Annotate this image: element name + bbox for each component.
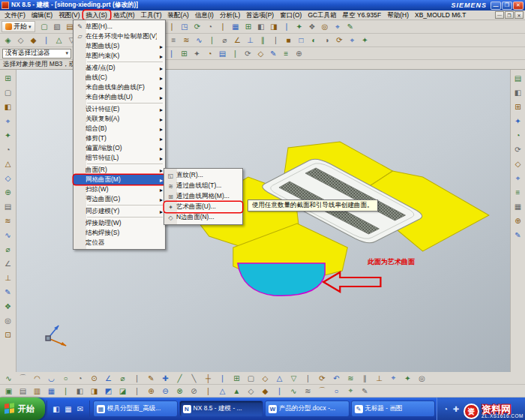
- toolbar-icon[interactable]: ◇: [512, 157, 525, 171]
- start-button[interactable]: 开始: [0, 398, 45, 420]
- child-restore-button[interactable]: [505, 11, 514, 19]
- quick-launch-icon[interactable]: ◧: [50, 404, 62, 415]
- task-button[interactable]: ✎ 无标题 - 画图: [351, 400, 436, 417]
- toolbar-icon[interactable]: ▤: [16, 386, 30, 397]
- insert-menu-item[interactable]: [87, 103, 163, 104]
- toolbar-icon[interactable]: |: [217, 21, 230, 32]
- toolbar-icon[interactable]: |: [130, 386, 144, 397]
- toolbar-icon[interactable]: ◨: [268, 21, 280, 32]
- toolbar-icon[interactable]: |: [206, 34, 218, 46]
- insert-menu-item[interactable]: 关联复制(A): [74, 114, 165, 124]
- toolbar-icon[interactable]: ⊙: [87, 373, 101, 384]
- toolbar-icon[interactable]: ∠: [231, 34, 244, 46]
- menubar-item[interactable]: 编辑(E): [28, 10, 56, 20]
- toolbar-icon[interactable]: ╱: [172, 373, 187, 384]
- toolbar-icon[interactable]: ▦: [230, 21, 242, 32]
- insert-menu-item[interactable]: 设计特征(E): [74, 104, 165, 114]
- toolbar-icon[interactable]: ◆: [27, 34, 40, 46]
- toolbar-icon[interactable]: ▤: [2, 200, 15, 214]
- toolbar-icon[interactable]: ◆: [258, 386, 272, 397]
- toolbar-icon[interactable]: ⊕: [144, 386, 158, 397]
- toolbar-icon[interactable]: ∿: [2, 228, 15, 242]
- toolbar-icon[interactable]: ▤: [512, 71, 525, 86]
- toolbar-icon[interactable]: ≋: [301, 386, 315, 397]
- toolbar-icon[interactable]: ⌖: [2, 114, 15, 128]
- toolbar-icon[interactable]: ◐: [308, 34, 320, 46]
- toolbar-icon[interactable]: ∿: [193, 34, 206, 46]
- selection-bar-icon[interactable]: |: [229, 48, 242, 59]
- toolbar-icon[interactable]: ⌀: [2, 242, 15, 256]
- toolbar-icon[interactable]: ✦: [293, 21, 306, 32]
- toolbar-icon[interactable]: ◧: [2, 100, 15, 114]
- insert-menu-item[interactable]: 曲线(C): [74, 73, 165, 82]
- toolbar-icon[interactable]: |: [58, 386, 73, 397]
- toolbar-icon[interactable]: ⊞: [2, 71, 15, 86]
- toolbar-icon[interactable]: ⟳: [191, 21, 204, 32]
- selection-bar-icon[interactable]: ▤: [216, 48, 229, 59]
- selection-bar-icon[interactable]: ⊞: [178, 48, 190, 59]
- toolbar-icon[interactable]: ⊡: [2, 328, 15, 342]
- toolbar-icon[interactable]: ✎: [144, 373, 158, 384]
- insert-menu-item[interactable]: 定位器: [74, 238, 165, 248]
- task-button[interactable]: N NX 8.5 - 建模 - ...: [179, 400, 264, 417]
- maximize-button[interactable]: [502, 2, 512, 10]
- toolbar-icon[interactable]: □: [295, 34, 308, 46]
- toolbar-icon[interactable]: ∿: [2, 373, 16, 384]
- art-surface[interactable]: [238, 263, 325, 296]
- toolbar-icon[interactable]: ⌖: [332, 21, 344, 32]
- menubar-item[interactable]: 星空 Y6.935F: [340, 10, 385, 20]
- toolbar-icon[interactable]: ▦: [44, 386, 58, 397]
- insert-menu-item[interactable]: 修剪(T): [74, 134, 165, 143]
- submenu-item[interactable]: ⊞ 通过曲线网格(M)...: [164, 191, 242, 202]
- toolbar-icon[interactable]: ◪: [116, 386, 130, 397]
- task-button[interactable]: W 产品的分型.docx -...: [265, 400, 350, 417]
- toolbar-icon[interactable]: ┼: [201, 373, 215, 384]
- toolbar-icon[interactable]: ◔: [2, 142, 15, 157]
- menubar-item[interactable]: 装配(A): [165, 10, 192, 20]
- toolbar-icon[interactable]: △: [215, 386, 230, 397]
- insert-menu-item[interactable]: 焊接助理(W): [74, 218, 165, 228]
- toolbar-icon[interactable]: ◔: [512, 128, 525, 142]
- toolbar-icon[interactable]: ▥: [30, 386, 44, 397]
- menubar-item[interactable]: 插入(S): [83, 10, 110, 20]
- child-minimize-button[interactable]: [495, 11, 504, 19]
- view-triad[interactable]: [46, 326, 66, 346]
- toolbar-icon[interactable]: ◇: [2, 171, 15, 185]
- insert-menu-item[interactable]: 基准/点(D): [74, 63, 165, 73]
- submenu-item[interactable]: ✦ 艺术曲面(U)...: [164, 202, 242, 212]
- toolbar-icon[interactable]: ≡: [167, 34, 180, 46]
- toolbar-icon[interactable]: ⌖: [344, 386, 358, 397]
- insert-menu-item[interactable]: [87, 62, 163, 62]
- toolbar-icon[interactable]: ⊖: [158, 386, 172, 397]
- toolbar-icon[interactable]: ✦: [358, 34, 371, 46]
- menubar-item[interactable]: 首选项(P): [243, 10, 277, 20]
- insert-menu-item[interactable]: 组合(B): [74, 124, 165, 134]
- toolbar-icon[interactable]: ⟳: [315, 373, 329, 384]
- toolbar-icon[interactable]: |: [272, 386, 286, 397]
- toolbar-icon[interactable]: |: [201, 386, 215, 397]
- insert-menu-item[interactable]: 草图曲线(S): [74, 41, 165, 51]
- toolbar-icon[interactable]: ⌒: [315, 386, 329, 397]
- toolbar-icon[interactable]: ⊞: [230, 373, 244, 384]
- task-button[interactable]: ▦ 模具分型面_高级...: [93, 400, 178, 417]
- toolbar-icon[interactable]: ◧: [512, 86, 525, 100]
- toolbar-icon[interactable]: ▢: [38, 21, 51, 32]
- toolbar-icon[interactable]: ⊕: [512, 214, 525, 228]
- toolbar-icon[interactable]: ○: [58, 373, 73, 384]
- menubar-item[interactable]: 工具(T): [138, 10, 165, 20]
- toolbar-icon[interactable]: ⊘: [187, 386, 201, 397]
- insert-menu-item[interactable]: 细节特征(L): [74, 153, 165, 163]
- insert-menu-item[interactable]: 同步建模(Y): [74, 206, 165, 216]
- toolbar-icon[interactable]: △: [52, 34, 65, 46]
- toolbar-icon[interactable]: ○: [329, 386, 344, 397]
- toolbar-icon[interactable]: ⊗: [172, 386, 187, 397]
- toolbar-icon[interactable]: ❖: [306, 21, 319, 32]
- toolbar-icon[interactable]: |: [301, 373, 315, 384]
- menubar-item[interactable]: GC工具箱: [304, 10, 339, 20]
- selection-filter-dropdown[interactable]: 没有选择过滤器: [2, 49, 71, 58]
- selection-bar-icon[interactable]: ◔: [203, 48, 216, 59]
- selection-bar-icon[interactable]: ◇: [254, 48, 267, 59]
- insert-menu-item[interactable]: [87, 217, 163, 218]
- toolbar-icon[interactable]: ◳: [178, 21, 191, 32]
- toolbar-icon[interactable]: ✎: [512, 228, 525, 242]
